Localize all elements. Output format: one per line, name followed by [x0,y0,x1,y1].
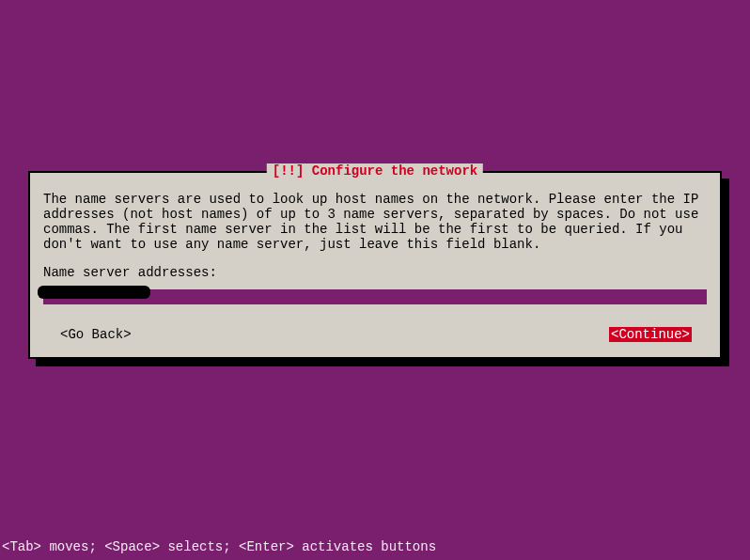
continue-button[interactable]: <Continue> [609,327,692,342]
input-row [43,289,707,306]
footer-hint: <Tab> moves; <Space> selects; <Enter> ac… [2,539,436,554]
dialog-instructions: The name servers are used to look up hos… [43,192,707,252]
configure-network-dialog: [!!] Configure the network The name serv… [28,171,722,359]
button-row: <Go Back> <Continue> [43,327,707,342]
dialog-title: [!!] Configure the network [267,163,483,179]
dialog-container: [!!] Configure the network The name serv… [28,171,722,359]
name-server-label: Name server addresses: [43,265,707,280]
redacted-input-overlay [38,286,150,299]
go-back-button[interactable]: <Go Back> [58,327,133,342]
